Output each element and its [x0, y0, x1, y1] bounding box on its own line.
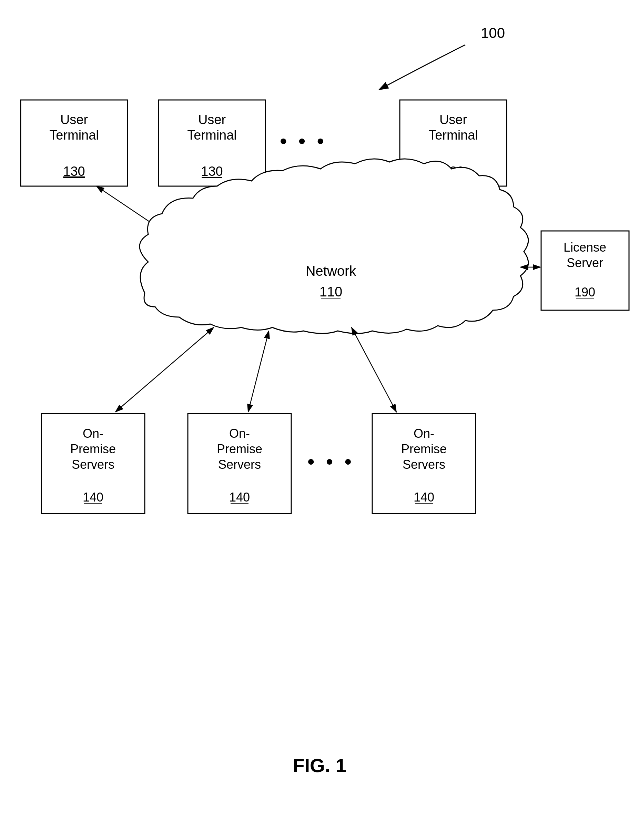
on-premise-2-label2: Premise: [217, 442, 262, 456]
license-server-label1: License: [564, 240, 606, 255]
user-terminal-1-label2: Terminal: [49, 128, 99, 142]
on-premise-1-label2: Premise: [70, 442, 116, 456]
network-label: Network: [306, 263, 357, 278]
on-premise-1-label3: Servers: [72, 457, 114, 471]
svg-line-12: [116, 328, 214, 412]
figure-label: FIG. 1: [292, 754, 347, 776]
user-terminal-1-label: User: [60, 112, 88, 127]
user-terminal-1-ref: 130: [63, 164, 85, 178]
license-server-label2: Server: [567, 256, 603, 270]
user-terminal-2-label2: Terminal: [187, 128, 237, 142]
user-terminal-2-label: User: [198, 112, 226, 127]
network-ref: 110: [320, 284, 343, 299]
ref-100: 100: [481, 25, 505, 41]
diagram-container: 100 User Terminal 130 User Terminal 1: [0, 0, 639, 840]
on-premise-2-ref: 140: [229, 490, 250, 504]
on-premise-3-label3: Servers: [402, 457, 445, 471]
license-server-ref: 190: [575, 285, 595, 299]
on-premise-1-ref: 140: [83, 490, 103, 504]
user-terminal-2-ref: 130: [201, 164, 223, 178]
on-premise-2-label1: On-: [229, 426, 250, 441]
on-premise-3-label2: Premise: [401, 442, 447, 456]
on-premise-2-label3: Servers: [218, 457, 261, 471]
user-terminal-3-label2: Terminal: [428, 128, 478, 142]
on-premise-1-label1: On-: [83, 426, 103, 441]
user-terminal-3-label: User: [439, 112, 467, 127]
ellipsis-top: • • •: [280, 130, 327, 153]
on-premise-3-label1: On-: [413, 426, 434, 441]
ellipsis-bottom: • • •: [307, 450, 354, 473]
svg-line-13: [248, 331, 269, 412]
on-premise-3-ref: 140: [413, 490, 434, 504]
svg-line-14: [351, 328, 396, 412]
